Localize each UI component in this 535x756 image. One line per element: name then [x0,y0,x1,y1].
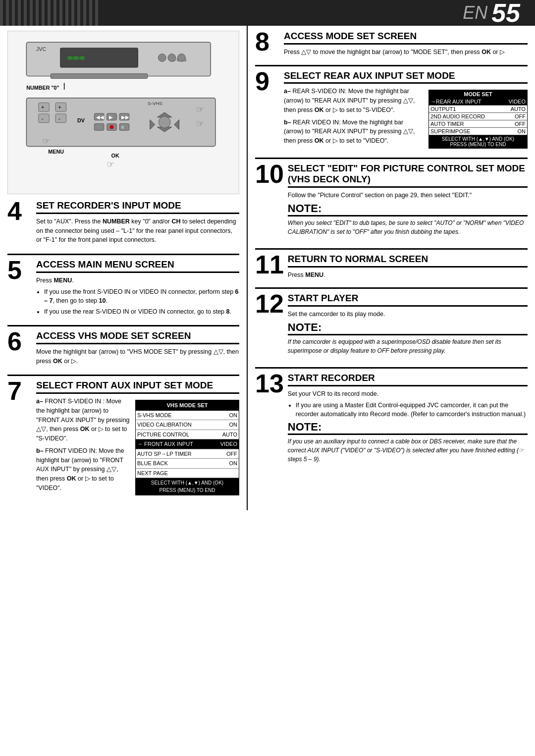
svg-rect-33 [94,124,104,131]
step13-section: 13 Start Recorder Set your VCR to its re… [255,373,528,470]
step8-title: Access Mode Set Screen [284,31,528,45]
svg-text:+: + [58,104,61,110]
step9-number: 9 [255,68,280,94]
vhs-table-footer: SELECT WITH (▲,▼) AND (OK)PRESS (MENU) T… [136,478,239,495]
step4-section: 4 Set Recorder's Input Mode Set to "AUX"… [7,200,239,247]
step12-content: Start Player Set the camcorder to its pl… [288,293,528,361]
step9-content: Select Rear Aux Input Set Mode a– REAR S… [284,70,528,152]
page-header: EN 55 [0,0,535,26]
step4-title: Set Recorder's Input Mode [36,200,239,214]
svg-rect-8 [51,74,148,79]
vhs-row-timer: AUTO SP→LP TIMEROFF [136,449,239,459]
svg-point-5 [158,54,166,62]
step10-note-title: Note: [288,202,528,216]
divider-step10-11 [255,248,528,250]
step10-number: 10 [255,161,284,187]
svg-text:☞: ☞ [107,160,114,169]
divider-step12-13 [255,367,528,369]
left-column: JVC S-VHS 00:00:00 NUMBER "0" + [0,26,248,510]
step9-title: Select Rear Aux Input Set Mode [284,70,528,84]
main-layout: JVC S-VHS 00:00:00 NUMBER "0" + [0,26,535,510]
divider-step8-9 [255,65,528,66]
svg-text:☞: ☞ [42,136,50,146]
svg-text:☞: ☞ [196,119,204,129]
step10-body: Follow the "Picture Control" section on … [288,191,528,200]
step4-number: 4 [7,198,32,224]
step11-title: Return To Normal Screen [288,254,528,268]
divider-step6-7 [7,375,239,376]
step12-note: Note: If the camcorder is equipped with … [288,321,528,355]
step10-title: Select "Edit" For Picture Control Set Mo… [288,163,528,188]
svg-rect-11 [26,98,215,147]
right-column: 8 Access Mode Set Screen Press △▽ to mov… [248,26,535,510]
step11-body: Press MENU. [288,270,528,280]
svg-text:▶▶: ▶▶ [121,114,129,120]
svg-point-32 [159,116,170,128]
mode-table-footer: SELECT WITH (▲,▼) AND (OK)PRESS (MENU) T… [429,135,527,148]
vhs-row-vcal: VIDEO CALIBRATIONON [136,420,239,430]
svg-text:II: II [121,125,124,130]
svg-text:-: - [42,115,44,121]
en-label: EN [463,2,487,23]
step7-text: a– FRONT S-VIDEO IN : Move the highlight… [36,397,130,498]
step10-section: 10 Select "Edit" For Picture Control Set… [255,163,528,242]
vhs-row-frontaux: → FRONT AUX INPUTVIDEO [136,439,239,449]
svg-point-6 [168,54,176,62]
step13-content: Start Recorder Set your VCR to its recor… [288,373,528,470]
step13-number: 13 [255,371,284,396]
svg-text:+: + [41,104,45,110]
step12-note-title: Note: [288,321,528,335]
mode-row-super: SUPERIMPOSEON [429,128,527,135]
step5-number: 5 [7,257,32,283]
step7-inner: a– FRONT S-VIDEO IN : Move the highlight… [36,397,239,498]
step4-body: Set to "AUX". Press the NUMBER key "0" a… [36,217,239,245]
step10-note: Note: When you select "EDIT" to dub tape… [288,202,528,236]
step13-note-title: Note: [288,421,528,435]
step5-section: 5 Access Main Menu Screen Press MENU. If… [7,259,239,318]
step7-title: Select Front Aux Input Set Mode [36,380,239,394]
svg-text:NUMBER "0": NUMBER "0" [26,85,59,91]
svg-text:S-VHS: S-VHS [148,101,162,106]
step6-section: 6 Access VHS Mode Set Screen Move the hi… [7,330,239,368]
page-number: 55 [491,0,520,28]
step5-title: Access Main Menu Screen [36,259,239,273]
device-illustration: JVC S-VHS 00:00:00 NUMBER "0" + [7,31,239,194]
mode-row-rearaux: →REAR AUX INPUTVIDEO [429,98,527,106]
step9-section: 9 Select Rear Aux Input Set Mode a– REAR… [255,70,528,152]
step13-title: Start Recorder [288,373,528,386]
vhs-table-header: VHS MODE SET [136,400,239,411]
svg-text:DV: DV [77,117,85,123]
step6-body: Move the highlight bar (arrow) to "VHS M… [36,347,239,366]
step13-note: Note: If you use an auxiliary input to c… [288,421,528,464]
svg-text:▶: ▶ [109,114,113,120]
step11-section: 11 Return To Normal Screen Press MENU. [255,254,528,282]
step6-number: 6 [7,328,32,354]
svg-text:◀◀: ◀◀ [96,114,104,120]
step12-title: Start Player [288,293,528,307]
svg-text:MENU: MENU [48,149,64,155]
svg-text:JVC: JVC [36,46,47,52]
svg-rect-14 [39,114,50,123]
step6-title: Access VHS Mode Set Screen [36,330,239,344]
step9-text: a– REAR S-VIDEO IN: Move the highlight b… [284,87,424,152]
step12-note-body: If the camcorder is equipped with a supe… [288,337,528,355]
svg-point-7 [178,54,186,62]
step6-content: Access VHS Mode Set Screen Move the high… [36,330,239,368]
divider-step5-6 [7,325,239,326]
step9-mode-table: MODE SET →REAR AUX INPUTVIDEO OUTPUT1AUT… [428,90,528,149]
step9-inner: a– REAR S-VIDEO IN: Move the highlight b… [284,87,528,152]
step7-vhs-table: VHS MODE SET S-VHS MODEON VIDEO CALIBRAT… [135,397,239,498]
vhs-row-svhs: S-VHS MODEON [136,411,239,421]
svg-text:00:00:00: 00:00:00 [68,55,85,60]
svg-rect-18 [55,114,66,123]
step7-number: 7 [7,378,32,404]
step12-number: 12 [255,291,284,317]
step11-number: 11 [255,252,284,277]
svg-point-35 [110,125,114,129]
mode-table-header: MODE SET [429,90,527,98]
step8-body: Press △▽ to move the highlight bar (arro… [284,48,528,57]
step13-note-body: If you use an auxiliary input to connect… [288,437,528,464]
svg-text:OK: OK [111,153,119,159]
step10-content: Select "Edit" For Picture Control Set Mo… [288,163,528,242]
step13-body: Set your VCR to its record mode. If you … [288,389,528,419]
